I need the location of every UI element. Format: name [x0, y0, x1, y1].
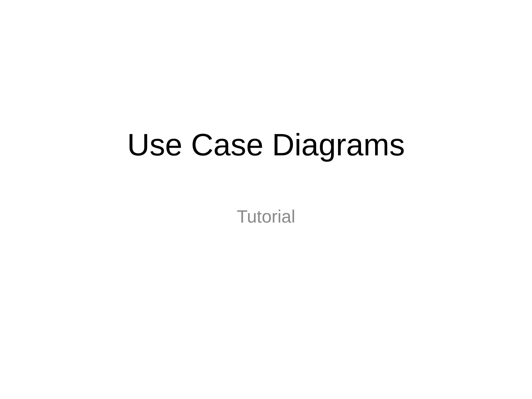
- slide-title: Use Case Diagrams: [127, 128, 405, 162]
- slide-subtitle: Tutorial: [237, 206, 295, 227]
